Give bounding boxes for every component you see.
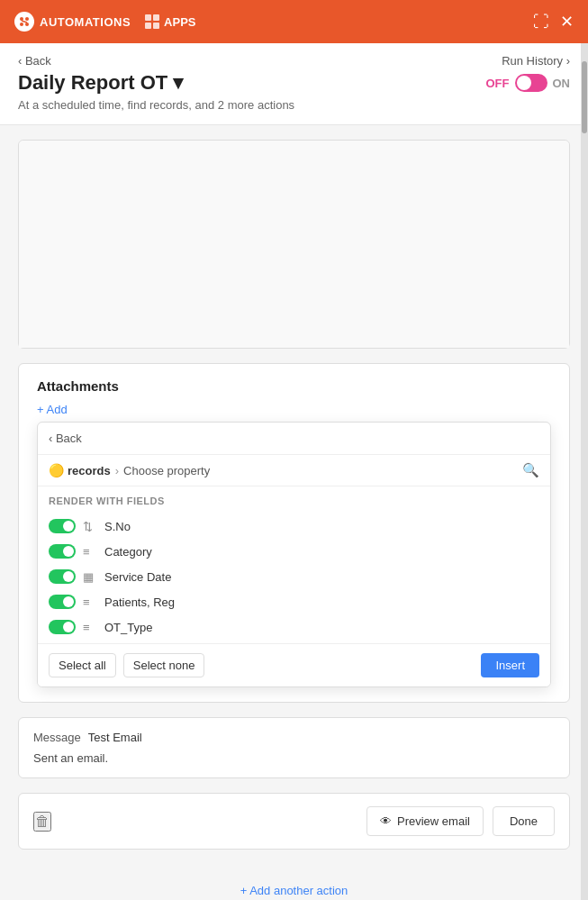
dropdown-actions: Select all Select none Insert	[38, 643, 550, 686]
header-right: ⛶ ✕	[533, 12, 574, 32]
field-type-icon: ≡	[83, 545, 97, 559]
records-label: records	[68, 464, 111, 477]
bottom-actions: 🗑 👁 Preview email Done	[18, 793, 570, 850]
action-buttons: 👁 Preview email Done	[366, 806, 555, 836]
apps-icon	[145, 14, 159, 29]
trash-icon: 🗑	[35, 814, 50, 829]
expand-icon: ⛶	[533, 13, 549, 32]
render-with-fields-label: RENDER WITH FIELDS	[38, 486, 550, 510]
eye-icon: 👁	[380, 814, 392, 828]
search-button[interactable]: 🔍	[522, 462, 539, 478]
apps-nav[interactable]: APPS	[145, 14, 195, 29]
field-toggle[interactable]	[49, 595, 76, 609]
content-body: Attachments + Add ‹ Back 🟡 records › Cho…	[0, 125, 588, 900]
field-type-icon: ⇅	[83, 520, 97, 533]
automation-toggle[interactable]	[515, 74, 547, 92]
sent-email-text: Sent an email.	[33, 751, 555, 765]
select-buttons: Select all Select none	[49, 653, 204, 677]
field-item[interactable]: ≡ Patients, Reg	[38, 589, 550, 614]
toggle-on-label: ON	[553, 77, 571, 90]
message-value: Test Email	[88, 731, 142, 744]
select-none-button[interactable]: Select none	[123, 653, 205, 677]
select-all-button[interactable]: Select all	[49, 653, 116, 677]
attachments-section: Attachments + Add ‹ Back 🟡 records › Cho…	[18, 363, 570, 703]
field-type-icon: ▦	[83, 570, 97, 584]
done-button[interactable]: Done	[493, 806, 555, 836]
field-name-label: Service Date	[104, 570, 171, 584]
field-type-icon: ≡	[83, 621, 97, 634]
preview-email-button[interactable]: 👁 Preview email	[366, 806, 484, 836]
search-icon: 🔍	[522, 462, 539, 477]
run-history-link[interactable]: Run History ›	[502, 54, 570, 68]
email-action-card: Message Test Email Sent an email.	[18, 717, 570, 778]
nav-row: ‹ Back Run History ›	[18, 54, 570, 68]
expand-button[interactable]: ⛶	[533, 13, 549, 32]
insert-button[interactable]: Insert	[481, 653, 539, 677]
breadcrumb-separator: ›	[115, 464, 119, 477]
field-name-label: OT_Type	[104, 621, 152, 634]
field-type-icon: ≡	[83, 595, 97, 609]
automations-logo: AUTOMATIONS	[14, 12, 131, 32]
title-row: Daily Report OT ▾ OFF ON	[18, 71, 570, 95]
svg-point-2	[20, 23, 23, 26]
dropdown-header: ‹ Back	[38, 423, 550, 455]
header-bar: AUTOMATIONS APPS ⛶ ✕	[0, 0, 588, 43]
field-toggle[interactable]	[49, 544, 76, 559]
sub-header: ‹ Back Run History › Daily Report OT ▾ O…	[0, 43, 588, 125]
field-list-container: ⇅ S.No ≡ Category ▦ Service Date ≡ Patie…	[38, 510, 550, 643]
breadcrumb-records: 🟡 records	[49, 463, 111, 477]
scrollbar[interactable]	[581, 43, 588, 900]
attachments-title: Attachments	[37, 378, 551, 394]
field-item[interactable]: ⇅ S.No	[38, 514, 550, 539]
toggle-off-label: OFF	[486, 77, 510, 90]
delete-button[interactable]: 🗑	[33, 812, 51, 832]
page-title-text: Daily Report OT	[18, 71, 167, 95]
back-link[interactable]: ‹ Back	[18, 54, 51, 68]
header-left: AUTOMATIONS APPS	[14, 12, 195, 32]
apps-label: APPS	[164, 15, 195, 29]
field-item[interactable]: ≡ OT_Type	[38, 614, 550, 640]
add-another-action-button[interactable]: + Add another action	[240, 884, 348, 897]
email-body-area[interactable]	[19, 141, 569, 348]
field-name-label: Category	[104, 545, 152, 559]
automations-label: AUTOMATIONS	[40, 15, 131, 29]
field-toggle[interactable]	[49, 569, 76, 584]
field-name-label: S.No	[104, 520, 131, 533]
preview-email-label: Preview email	[397, 814, 470, 828]
add-another-section: + Add another action	[18, 871, 570, 900]
choose-property-label: Choose property	[123, 464, 210, 477]
title-dropdown-arrow[interactable]: ▾	[173, 71, 183, 95]
email-body-card	[18, 140, 570, 349]
records-emoji: 🟡	[49, 463, 64, 477]
close-button[interactable]: ✕	[560, 12, 574, 32]
dropdown-back-link[interactable]: ‹ Back	[49, 432, 82, 445]
close-icon: ✕	[560, 12, 574, 32]
field-name-label: Patients, Reg	[104, 595, 175, 609]
add-attachment-button[interactable]: + Add	[37, 403, 68, 416]
svg-point-3	[25, 23, 29, 26]
message-label: Message	[33, 731, 81, 744]
field-item[interactable]: ▦ Service Date	[38, 564, 550, 589]
field-item[interactable]: ≡ Category	[38, 539, 550, 564]
scrollbar-thumb	[582, 61, 587, 133]
field-toggle[interactable]	[49, 519, 76, 533]
dropdown-panel: ‹ Back 🟡 records › Choose property 🔍	[37, 422, 551, 687]
svg-point-0	[20, 17, 23, 21]
toggle-section: OFF ON	[486, 74, 571, 92]
breadcrumb: 🟡 records › Choose property 🔍	[38, 455, 550, 486]
page-title: Daily Report OT ▾	[18, 71, 183, 95]
message-row: Message Test Email	[33, 731, 555, 744]
field-toggle[interactable]	[49, 620, 76, 634]
svg-point-1	[25, 17, 29, 21]
main-content: ‹ Back Run History › Daily Report OT ▾ O…	[0, 43, 588, 900]
subtitle-text: At a scheduled time, find records, and 2…	[18, 98, 570, 112]
logo-icon	[14, 12, 34, 32]
field-list: ⇅ S.No ≡ Category ▦ Service Date ≡ Patie…	[38, 510, 550, 643]
